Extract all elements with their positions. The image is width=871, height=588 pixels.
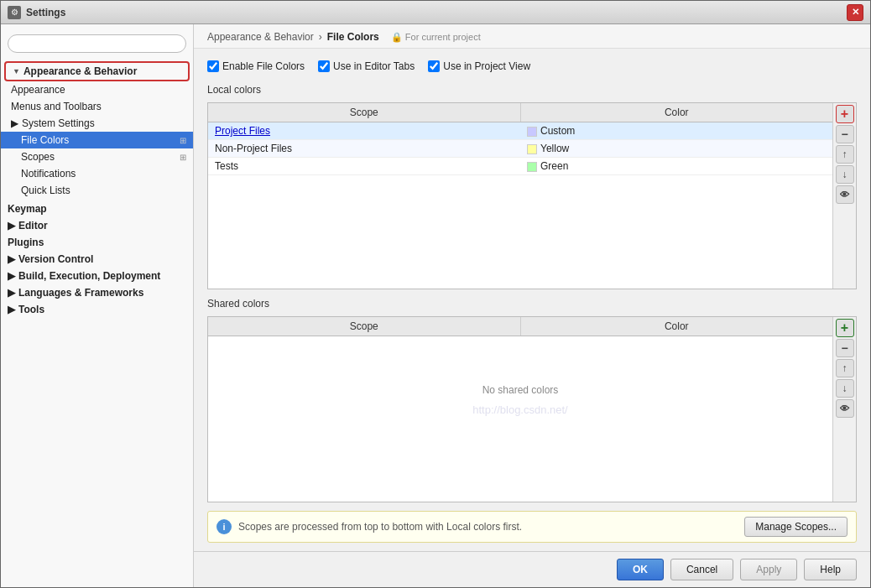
cancel-button[interactable]: Cancel xyxy=(670,559,733,580)
breadcrumb-separator: › xyxy=(319,31,322,43)
sidebar-item-languages[interactable]: ▶ Languages & Frameworks xyxy=(1,284,193,301)
move-down-shared-button[interactable]: ↓ xyxy=(836,379,854,398)
apply-button[interactable]: Apply xyxy=(740,559,797,580)
sidebar-item-scopes[interactable]: Scopes ⊞ xyxy=(1,148,193,165)
title-bar: ⚙ Settings ✕ xyxy=(1,1,870,24)
shared-color-header: Color xyxy=(520,317,832,336)
sidebar-item-label: Build, Execution, Deployment xyxy=(18,270,160,282)
scope-cell: Project Files xyxy=(215,125,270,137)
sidebar-item-notifications[interactable]: Notifications xyxy=(1,165,193,182)
sidebar-item-keymap[interactable]: Keymap xyxy=(1,200,193,217)
eye-local-button[interactable]: 👁 xyxy=(836,185,854,204)
checkboxes-row: Enable File Colors Use in Editor Tabs Us… xyxy=(207,57,857,75)
sidebar-item-label: File Colors xyxy=(21,134,69,146)
color-cell: Custom xyxy=(540,125,575,137)
sidebar-item-label: Appearance xyxy=(11,84,65,96)
move-up-local-button[interactable]: ↑ xyxy=(836,145,854,164)
manage-scopes-button[interactable]: Manage Scopes... xyxy=(744,517,848,537)
expand-arrow-icon: ▶ xyxy=(8,270,15,282)
sidebar-item-tools[interactable]: ▶ Tools xyxy=(1,301,193,318)
color-dot xyxy=(527,144,537,154)
sidebar-section-appearance-behavior: ▼ Appearance & Behavior Appearance Menus… xyxy=(1,60,193,200)
local-colors-label: Local colors xyxy=(207,84,857,96)
breadcrumb-note: 🔒 For current project xyxy=(391,32,481,43)
panel-content: Enable File Colors Use in Editor Tabs Us… xyxy=(194,49,870,551)
sidebar-item-menus-toolbars[interactable]: Menus and Toolbars xyxy=(1,98,193,115)
sidebar-item-label: Plugins xyxy=(8,237,44,248)
search-input[interactable] xyxy=(8,34,186,53)
sidebar-item-label: Scopes xyxy=(21,151,55,163)
move-down-local-button[interactable]: ↓ xyxy=(836,165,854,184)
info-bar: i Scopes are processed from top to botto… xyxy=(207,511,857,543)
main-panel: Appearance & Behavior › File Colors 🔒 Fo… xyxy=(194,24,870,587)
sidebar-item-editor[interactable]: ▶ Editor xyxy=(1,217,193,234)
close-button[interactable]: ✕ xyxy=(847,4,863,21)
use-in-project-view-checkbox[interactable] xyxy=(428,60,440,72)
sidebar-item-label: Version Control xyxy=(18,253,93,265)
table-row[interactable]: Non-Project Files Yellow xyxy=(208,140,832,158)
use-in-editor-tabs-checkbox[interactable] xyxy=(318,60,330,72)
sidebar-item-label: System Settings xyxy=(22,117,95,129)
sidebar-item-quick-lists[interactable]: Quick Lists xyxy=(1,182,193,199)
help-button[interactable]: Help xyxy=(804,559,857,580)
info-text: Scopes are processed from top to bottom … xyxy=(238,521,522,533)
shared-colors-table-inner: Scope Color No shared colors http://blog… xyxy=(208,317,832,502)
add-shared-color-button[interactable]: + xyxy=(836,319,854,337)
remove-shared-color-button[interactable]: − xyxy=(836,339,854,357)
shared-colors-label: Shared colors xyxy=(207,298,857,310)
table-row[interactable]: Project Files Custom xyxy=(208,122,832,140)
checkbox-use-in-project-view[interactable]: Use in Project View xyxy=(428,60,530,72)
no-shared-colors-label: No shared colors xyxy=(208,351,832,429)
local-colors-controls: + − ↑ ↓ 👁 xyxy=(832,103,856,289)
sidebar-item-build-execution[interactable]: ▶ Build, Execution, Deployment xyxy=(1,268,193,284)
shared-colors-table-container: Scope Color No shared colors http://blog… xyxy=(207,316,857,503)
shared-colors-section: Shared colors Scope Color xyxy=(207,298,857,503)
sidebar-item-label: Editor xyxy=(18,220,48,232)
checkbox-enable-file-colors[interactable]: Enable File Colors xyxy=(207,60,305,72)
sidebar: ▼ Appearance & Behavior Appearance Menus… xyxy=(1,24,194,587)
scopes-icon: ⊞ xyxy=(180,153,186,162)
table-row[interactable]: Tests Green xyxy=(208,158,832,175)
local-colors-table: Scope Color Project Files Custom Non-Pro… xyxy=(208,103,832,175)
info-icon: i xyxy=(216,519,232,534)
shared-colors-controls: + − ↑ ↓ 👁 xyxy=(832,317,856,502)
settings-icon: ⚙ xyxy=(8,6,21,19)
add-local-color-button[interactable]: + xyxy=(836,105,854,123)
expand-arrow-icon: ▼ xyxy=(13,67,20,75)
remove-local-color-button[interactable]: − xyxy=(836,125,854,143)
shared-colors-table: Scope Color xyxy=(208,317,832,336)
title-bar-left: ⚙ Settings xyxy=(8,6,65,19)
expand-arrow-icon: ▶ xyxy=(8,253,15,265)
checkbox-use-in-editor-tabs[interactable]: Use in Editor Tabs xyxy=(318,60,415,72)
sidebar-item-version-control[interactable]: ▶ Version Control xyxy=(1,251,193,268)
sidebar-item-label: Quick Lists xyxy=(21,185,70,196)
color-cell: Green xyxy=(540,160,568,172)
expand-arrow-icon: ▶ xyxy=(8,287,15,299)
sidebar-item-plugins[interactable]: Plugins xyxy=(1,234,193,251)
scope-cell: Tests xyxy=(215,160,238,172)
sidebar-group-appearance-behavior[interactable]: ▼ Appearance & Behavior xyxy=(4,61,190,81)
color-dot xyxy=(527,162,537,172)
window-title: Settings xyxy=(26,7,65,18)
sidebar-item-label: Tools xyxy=(18,304,44,315)
sidebar-item-appearance[interactable]: Appearance xyxy=(1,81,193,98)
eye-shared-button[interactable]: 👁 xyxy=(836,399,854,418)
scope-cell: Non-Project Files xyxy=(215,143,292,154)
local-colors-table-container: Scope Color Project Files Custom Non-Pro… xyxy=(207,102,857,289)
bottom-bar: OK Cancel Apply Help xyxy=(194,551,870,587)
expand-arrow-icon: ▶ xyxy=(8,220,15,232)
breadcrumb-parent: Appearance & Behavior xyxy=(207,31,314,43)
settings-window: ⚙ Settings ✕ ▼ Appearance & Behavior App… xyxy=(0,0,871,588)
main-content: ▼ Appearance & Behavior Appearance Menus… xyxy=(1,24,870,587)
sidebar-item-label: Languages & Frameworks xyxy=(18,287,143,299)
ok-button[interactable]: OK xyxy=(617,559,664,580)
sidebar-item-label: Notifications xyxy=(21,168,76,180)
file-colors-icon: ⊞ xyxy=(180,136,186,145)
breadcrumb: Appearance & Behavior › File Colors 🔒 Fo… xyxy=(194,24,870,49)
enable-file-colors-checkbox[interactable] xyxy=(207,60,219,72)
sidebar-item-file-colors[interactable]: File Colors ⊞ xyxy=(1,132,193,148)
move-up-shared-button[interactable]: ↑ xyxy=(836,359,854,377)
sidebar-group-label: Appearance & Behavior xyxy=(23,65,137,77)
expand-arrow-icon: ▶ xyxy=(8,304,15,315)
sidebar-item-system-settings[interactable]: ▶ System Settings xyxy=(1,115,193,132)
